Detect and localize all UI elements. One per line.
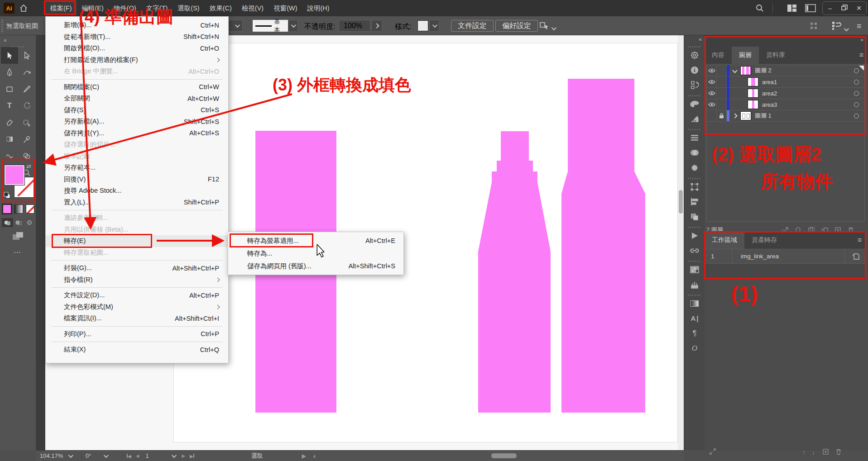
links-panel-icon[interactable] — [684, 243, 705, 258]
eye-cell[interactable] — [707, 110, 717, 121]
tab-artboards[interactable]: 工作區域 — [705, 232, 744, 249]
controlbar-grip[interactable] — [1, 20, 3, 33]
menu-item-new-from-template[interactable]: 從範本新增(T)...Shift+Ctrl+N — [46, 31, 228, 43]
status-play-icon[interactable]: ▶ — [298, 451, 310, 461]
fill-swatch[interactable] — [5, 165, 24, 185]
default-swatches-icon[interactable] — [4, 192, 11, 201]
document-setup-button[interactable]: 文件設定 — [451, 20, 494, 32]
layer-thumbnail[interactable] — [748, 77, 758, 86]
home-icon[interactable] — [19, 4, 28, 14]
artboard-number-dropdown[interactable]: 1 — [145, 452, 175, 459]
info-panel-icon[interactable] — [684, 62, 705, 77]
actions-panel-icon[interactable] — [684, 228, 705, 243]
gradient-panel-icon[interactable] — [684, 296, 705, 311]
chevron-right-icon[interactable] — [732, 113, 737, 118]
layer-name[interactable]: area1 — [762, 79, 777, 86]
layer-thumbnail[interactable] — [740, 66, 751, 75]
opacity-value-field[interactable]: 100% — [339, 20, 370, 32]
collapse-dock-icon[interactable]: « — [684, 35, 705, 43]
shaper-tool[interactable] — [18, 114, 35, 131]
layer-target-icon[interactable] — [854, 68, 859, 73]
more-tools-icon[interactable]: ⋯ — [14, 248, 22, 257]
menu-item-file-info[interactable]: 檔案資訊(I)...Alt+Shift+Ctrl+I — [46, 313, 228, 324]
tab-properties[interactable]: 內容 — [705, 47, 732, 64]
menu-item-document-setup[interactable]: 文件設定(D)...Alt+Ctrl+P — [46, 290, 228, 301]
eye-icon[interactable] — [707, 99, 717, 110]
artboards-panel-icon[interactable] — [684, 179, 705, 194]
menu-item-open-recent[interactable]: 打開最近使用過的檔案(F) — [46, 54, 228, 66]
eye-icon[interactable] — [707, 88, 717, 99]
menu-item-exit[interactable]: 結束(X)Ctrl+Q — [46, 344, 228, 356]
menu-item-scripts[interactable]: 指令檔(R) — [46, 274, 228, 286]
layer-thumbnail[interactable] — [740, 111, 751, 120]
layer-target-icon[interactable] — [854, 102, 859, 107]
style-swatch[interactable] — [417, 20, 428, 31]
menu-type[interactable]: 文字(T) — [141, 0, 173, 16]
layer-row-layer1[interactable]: 圖層 1 — [707, 110, 864, 122]
zoom-level-dropdown[interactable]: 104.17% — [36, 451, 82, 461]
move-down-icon[interactable]: ↓ — [812, 449, 815, 456]
select-similar-icon[interactable] — [540, 21, 550, 32]
collapse-tools-icon[interactable]: « — [0, 35, 36, 43]
gradient-mode-button[interactable] — [14, 204, 23, 214]
delete-artboard-icon[interactable] — [835, 448, 842, 457]
next-artboard-button[interactable]: ▶ — [182, 453, 185, 458]
layer-row-area1[interactable]: area1 — [707, 76, 864, 88]
shape-builder-tool[interactable] — [18, 147, 35, 164]
menu-item-export[interactable]: 轉存(E) — [46, 235, 228, 247]
eye-icon[interactable] — [707, 65, 717, 76]
minimize-button[interactable]: – — [823, 5, 837, 12]
style-dropdown-button[interactable] — [429, 20, 439, 32]
paragraph-panel-icon[interactable]: ¶ — [684, 326, 705, 341]
select-similar-dropdown[interactable] — [551, 24, 555, 32]
tab-layers[interactable]: 圖層 — [732, 47, 759, 64]
first-artboard-button[interactable]: ◀ — [127, 452, 131, 459]
menu-select[interactable]: 選取(S) — [173, 0, 204, 16]
lock-cell[interactable] — [717, 76, 727, 87]
layer-target-icon[interactable] — [854, 80, 859, 85]
artboard-options-icon[interactable] — [844, 249, 866, 263]
layer-target-icon[interactable] — [854, 91, 859, 96]
layer-row-area3[interactable]: area3 — [707, 99, 864, 110]
menu-item-package[interactable]: 封裝(G)...Alt+Shift+Ctrl+P — [46, 262, 228, 274]
menu-view[interactable]: 檢視(V) — [237, 0, 269, 16]
menu-edit[interactable]: 編輯(E) — [77, 0, 109, 16]
menu-item-document-color-mode[interactable]: 文件色彩模式(M) — [46, 301, 228, 313]
layer-row-area2[interactable]: area2 — [707, 88, 864, 99]
close-button[interactable]: ✕ — [852, 5, 866, 12]
align-panel-icon[interactable] — [684, 194, 705, 209]
paintbrush-tool[interactable] — [18, 81, 35, 97]
menu-help[interactable]: 說明(H) — [302, 0, 334, 16]
lock-icon[interactable] — [717, 110, 727, 121]
direct-selection-tool[interactable] — [18, 47, 35, 64]
type-tool[interactable]: T — [1, 97, 18, 114]
rearrange-artboards-icon[interactable] — [709, 448, 716, 457]
draw-inside-button[interactable] — [24, 218, 35, 227]
lock-cell[interactable] — [717, 88, 727, 99]
swap-fill-stroke-icon[interactable]: ⇄ — [26, 163, 31, 170]
distribute-options-icon[interactable] — [831, 21, 842, 33]
panel-menu-icon[interactable]: ≡ — [855, 47, 868, 64]
expand-panel-icon[interactable]: » — [860, 37, 863, 43]
rotation-dropdown[interactable]: 0° — [82, 451, 123, 461]
menu-item-save-as-template[interactable]: 另存範本... — [46, 162, 228, 174]
rectangle-tool[interactable] — [1, 81, 18, 97]
selection-mask-panel-icon[interactable] — [684, 160, 705, 175]
layer-row-layer2[interactable]: 圖層 2 — [707, 65, 864, 76]
width-tool[interactable] — [1, 147, 18, 164]
version-history-panel-icon[interactable] — [684, 77, 705, 92]
none-mode-button[interactable] — [26, 204, 34, 214]
stroke-profile-field[interactable]: 基本 — [253, 20, 288, 32]
transparency-panel-icon[interactable] — [684, 145, 705, 160]
menu-item-close[interactable]: 關閉檔案(C)Ctrl+W — [46, 81, 228, 93]
draw-behind-button[interactable] — [13, 218, 24, 227]
tab-libraries[interactable]: 資料庫 — [759, 47, 792, 64]
vertical-scrollbar-thumb[interactable] — [679, 190, 683, 214]
draw-normal-button[interactable] — [2, 218, 13, 227]
restore-button[interactable] — [838, 5, 851, 12]
pathfinder-panel-icon[interactable] — [684, 209, 705, 224]
statusbar-collapse-icon[interactable]: ‹ — [310, 451, 319, 461]
eraser-tool[interactable] — [1, 114, 18, 131]
swatches-panel-icon[interactable] — [684, 262, 705, 277]
search-icon[interactable] — [755, 4, 764, 14]
